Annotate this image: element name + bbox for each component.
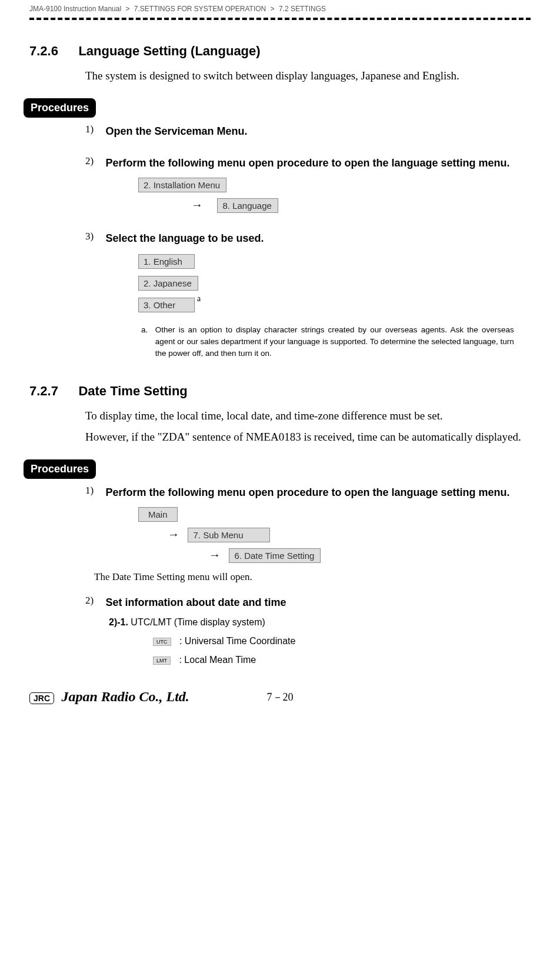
- arrow-right-icon: →: [209, 548, 221, 561]
- step-number: 2): [85, 155, 103, 167]
- step-title: Select the language to be used.: [105, 231, 517, 246]
- breadcrumb-chapter: 7.SETTINGS FOR SYSTEM OPERATION: [134, 5, 266, 13]
- breadcrumb-sep: >: [271, 5, 275, 13]
- jrc-logo: JRC: [29, 692, 54, 704]
- footnote-ref: a: [197, 294, 201, 304]
- page-footer: JRC Japan Radio Co., Ltd. 7－20: [29, 689, 531, 711]
- section-number: 7.2.7: [29, 384, 58, 398]
- option-japanese-button[interactable]: 2. Japanese: [138, 276, 198, 291]
- arrow-right-icon: →: [191, 198, 203, 211]
- step-number: 3): [85, 231, 103, 242]
- section-number: 7.2.6: [29, 44, 58, 58]
- section-heading-727: 7.2.7 Date Time Setting: [29, 384, 531, 399]
- lmt-desc: : Local Mean Time: [179, 655, 256, 665]
- step-2: 2) Perform the following menu open proce…: [85, 155, 531, 171]
- page-number: 7－20: [267, 690, 294, 704]
- menu-open-note: The Date Time Setting menu will open.: [94, 571, 531, 583]
- section-title: Date Time Setting: [78, 384, 187, 398]
- utc-row: UTC : Universal Time Coordinate: [153, 636, 531, 647]
- step-number: 2): [85, 595, 103, 607]
- step-number: 1): [85, 485, 103, 497]
- menu-sub-button[interactable]: 7. Sub Menu: [188, 528, 270, 542]
- dashed-divider: [29, 18, 531, 20]
- menu-path: 2. Installation Menu → 8. Language: [138, 178, 531, 213]
- step-2: 2) Set information about date and time: [85, 595, 531, 610]
- option-other-button[interactable]: 3. Other: [138, 298, 195, 312]
- menu-path: Main → 7. Sub Menu → 6. Date Time Settin…: [138, 507, 531, 563]
- utc-desc: : Universal Time Coordinate: [179, 636, 295, 646]
- step-title: Perform the following menu open procedur…: [105, 155, 517, 171]
- section-intro: The system is designed to switch between…: [85, 68, 531, 84]
- footnote-letter: a.: [141, 324, 153, 336]
- breadcrumb-manual: JMA-9100 Instruction Manual: [29, 5, 121, 13]
- section-title: Language Setting (Language): [78, 44, 260, 58]
- menu-install-button[interactable]: 2. Installation Menu: [138, 178, 226, 192]
- procedures-label: Procedures: [24, 459, 96, 479]
- menu-date-time-button[interactable]: 6. Date Time Setting: [229, 548, 321, 563]
- step-1: 1) Perform the following menu open proce…: [85, 485, 531, 500]
- section-intro-1: To display time, the local time, local d…: [85, 408, 531, 424]
- step-1: 1) Open the Serviceman Menu.: [85, 124, 531, 139]
- section-heading-726: 7.2.6 Language Setting (Language): [29, 44, 531, 59]
- menu-main-button[interactable]: Main: [138, 507, 178, 522]
- substep-2-1: 2)-1. UTC/LMT (Time display system): [109, 617, 531, 628]
- substep-text: UTC/LMT (Time display system): [131, 617, 265, 627]
- breadcrumb: JMA-9100 Instruction Manual > 7.SETTINGS…: [29, 0, 531, 13]
- substep-number: 2)-1.: [109, 617, 128, 627]
- language-options: 1. English 2. Japanese 3. Other a: [138, 254, 531, 312]
- company-name: Japan Radio Co., Ltd.: [61, 689, 189, 704]
- section-intro-2: However, if the "ZDA" sentence of NMEA01…: [85, 429, 531, 445]
- footnote: a. Other is an option to display charact…: [141, 324, 518, 360]
- breadcrumb-sep: >: [125, 5, 129, 13]
- lmt-row: LMT : Local Mean Time: [153, 655, 531, 665]
- step-title: Set information about date and time: [105, 595, 517, 610]
- arrow-right-icon: →: [168, 528, 179, 541]
- footnote-text: Other is an option to display character …: [155, 324, 514, 360]
- step-3: 3) Select the language to be used.: [85, 231, 531, 246]
- menu-language-button[interactable]: 8. Language: [217, 198, 278, 213]
- procedures-label: Procedures: [24, 98, 96, 118]
- utc-chip[interactable]: UTC: [153, 638, 171, 646]
- breadcrumb-section: 7.2 SETTINGS: [279, 5, 326, 13]
- step-title: Perform the following menu open procedur…: [105, 485, 517, 500]
- lmt-chip[interactable]: LMT: [153, 657, 171, 665]
- step-number: 1): [85, 124, 103, 135]
- step-title: Open the Serviceman Menu.: [105, 124, 517, 139]
- option-english-button[interactable]: 1. English: [138, 254, 195, 269]
